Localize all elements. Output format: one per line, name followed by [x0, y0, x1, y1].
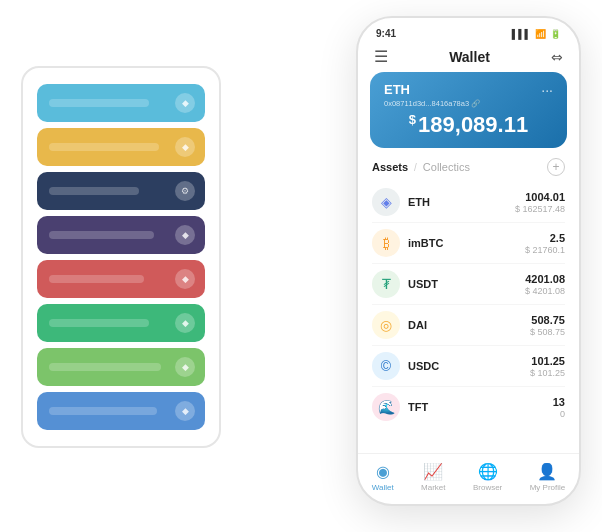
eth-card-more[interactable]: ···	[541, 82, 553, 98]
asset-usd: $ 21760.1	[525, 245, 565, 255]
nav-item-browser[interactable]: 🌐Browser	[473, 462, 502, 492]
bottom-nav: ◉Wallet📈Market🌐Browser👤My Profile	[358, 453, 579, 504]
nav-label: Browser	[473, 483, 502, 492]
asset-name: ETH	[408, 196, 430, 208]
nav-label: Wallet	[372, 483, 394, 492]
card-item[interactable]: ◆	[37, 216, 205, 254]
asset-row[interactable]: ₮USDT4201.08$ 4201.08	[372, 264, 565, 305]
asset-left: ◈ETH	[372, 188, 430, 216]
asset-icon: ₿	[372, 229, 400, 257]
card-icon: ◆	[175, 93, 195, 113]
signal-icon: ▌▌▌	[512, 29, 531, 39]
asset-name: DAI	[408, 319, 427, 331]
nav-icon: ◉	[376, 462, 390, 481]
card-icon: ◆	[175, 137, 195, 157]
scene: ◆◆⚙◆◆◆◆◆ 9:41 ▌▌▌ 📶 🔋 ☰ Wallet ⇔ ETH 0x0…	[21, 16, 581, 516]
nav-label: Market	[421, 483, 445, 492]
card-stack: ◆◆⚙◆◆◆◆◆	[21, 66, 221, 448]
nav-bar: ☰ Wallet ⇔	[358, 43, 579, 72]
asset-amount: 101.25	[530, 355, 565, 367]
asset-left: ₮USDT	[372, 270, 438, 298]
asset-left: ₿imBTC	[372, 229, 443, 257]
asset-row[interactable]: ₿imBTC2.5$ 21760.1	[372, 223, 565, 264]
asset-amount: 2.5	[525, 232, 565, 244]
time: 9:41	[376, 28, 396, 39]
card-item[interactable]: ◆	[37, 348, 205, 386]
battery-icon: 🔋	[550, 29, 561, 39]
nav-item-my-profile[interactable]: 👤My Profile	[530, 462, 566, 492]
asset-left: 🌊TFT	[372, 393, 428, 421]
status-icons: ▌▌▌ 📶 🔋	[512, 29, 561, 39]
tab-collectics[interactable]: Collectics	[423, 161, 470, 173]
card-icon: ◆	[175, 357, 195, 377]
card-icon: ◆	[175, 269, 195, 289]
asset-amount: 4201.08	[525, 273, 565, 285]
nav-item-wallet[interactable]: ◉Wallet	[372, 462, 394, 492]
asset-usd: $ 162517.48	[515, 204, 565, 214]
asset-icon: ₮	[372, 270, 400, 298]
asset-name: TFT	[408, 401, 428, 413]
asset-row[interactable]: 🌊TFT130	[372, 387, 565, 427]
nav-item-market[interactable]: 📈Market	[421, 462, 445, 492]
add-asset-button[interactable]: +	[547, 158, 565, 176]
asset-amount: 13	[553, 396, 565, 408]
nav-label: My Profile	[530, 483, 566, 492]
eth-card-address: 0x08711d3d...8416a78a3 🔗	[384, 99, 480, 108]
nav-icon: 📈	[423, 462, 443, 481]
asset-icon: 🌊	[372, 393, 400, 421]
asset-icon: ◈	[372, 188, 400, 216]
assets-tabs: Assets / Collectics	[372, 161, 470, 173]
page-title: Wallet	[449, 49, 490, 65]
asset-amount: 508.75	[530, 314, 565, 326]
asset-right: 2.5$ 21760.1	[525, 232, 565, 255]
asset-usd: 0	[553, 409, 565, 419]
eth-card: ETH 0x08711d3d...8416a78a3 🔗 ··· $189,08…	[370, 72, 567, 148]
asset-left: ©USDC	[372, 352, 439, 380]
tab-divider: /	[414, 162, 417, 173]
card-icon: ⚙	[175, 181, 195, 201]
card-item[interactable]: ◆	[37, 260, 205, 298]
asset-list: ◈ETH1004.01$ 162517.48₿imBTC2.5$ 21760.1…	[358, 182, 579, 453]
card-item[interactable]: ◆	[37, 304, 205, 342]
status-bar: 9:41 ▌▌▌ 📶 🔋	[358, 18, 579, 43]
asset-icon: ◎	[372, 311, 400, 339]
menu-icon[interactable]: ☰	[374, 47, 388, 66]
asset-left: ◎DAI	[372, 311, 427, 339]
card-icon: ◆	[175, 401, 195, 421]
asset-usd: $ 508.75	[530, 327, 565, 337]
tab-assets[interactable]: Assets	[372, 161, 408, 173]
assets-header: Assets / Collectics +	[358, 158, 579, 182]
asset-name: USDT	[408, 278, 438, 290]
eth-card-coin: ETH	[384, 82, 480, 97]
nav-icon: 👤	[537, 462, 557, 481]
asset-usd: $ 101.25	[530, 368, 565, 378]
card-icon: ◆	[175, 225, 195, 245]
asset-row[interactable]: ◈ETH1004.01$ 162517.48	[372, 182, 565, 223]
asset-right: 1004.01$ 162517.48	[515, 191, 565, 214]
asset-right: 508.75$ 508.75	[530, 314, 565, 337]
eth-card-balance: $189,089.11	[384, 112, 553, 138]
asset-right: 130	[553, 396, 565, 419]
asset-icon: ©	[372, 352, 400, 380]
asset-right: 101.25$ 101.25	[530, 355, 565, 378]
asset-name: imBTC	[408, 237, 443, 249]
phone: 9:41 ▌▌▌ 📶 🔋 ☰ Wallet ⇔ ETH 0x08711d3d..…	[356, 16, 581, 506]
nav-icon: 🌐	[478, 462, 498, 481]
asset-right: 4201.08$ 4201.08	[525, 273, 565, 296]
card-item[interactable]: ◆	[37, 84, 205, 122]
card-icon: ◆	[175, 313, 195, 333]
card-item[interactable]: ◆	[37, 128, 205, 166]
asset-row[interactable]: ©USDC101.25$ 101.25	[372, 346, 565, 387]
expand-icon[interactable]: ⇔	[551, 49, 563, 65]
wifi-icon: 📶	[535, 29, 546, 39]
asset-row[interactable]: ◎DAI508.75$ 508.75	[372, 305, 565, 346]
asset-usd: $ 4201.08	[525, 286, 565, 296]
asset-amount: 1004.01	[515, 191, 565, 203]
asset-name: USDC	[408, 360, 439, 372]
card-item[interactable]: ◆	[37, 392, 205, 430]
card-item[interactable]: ⚙	[37, 172, 205, 210]
